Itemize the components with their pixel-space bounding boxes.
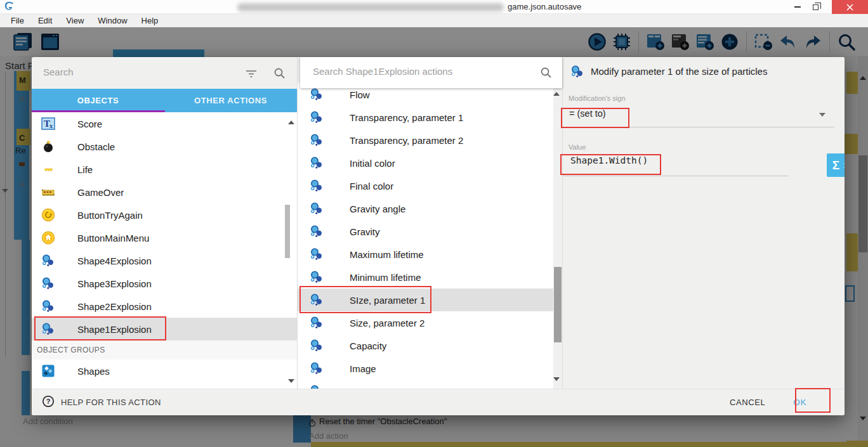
text-object-icon: Tx [39,117,57,131]
list-scroll-up-icon[interactable] [553,92,560,96]
particles-icon [308,224,326,238]
value-input[interactable]: Shape1.Width() [570,155,648,165]
objects-list: TxScoreObstacle♥♥♥LifeGameOverButtonTryA… [32,112,297,389]
object-item-gameover[interactable]: GameOver [32,181,297,204]
particles-icon [308,87,326,101]
object-item-shape4explosion[interactable]: Shape4Explosion [32,249,297,272]
action-item-minimum-lifetime[interactable]: Minimum lifetime [298,266,553,288]
action-item-transparency-parameter-1[interactable]: Transparency, parameter 1 [298,106,553,129]
object-tabs: OBJECTS OTHER ACTIONS [32,89,297,112]
action-item-maximum-lifetime[interactable]: Maximum lifetime [298,243,553,266]
menu-edit[interactable]: Edit [31,14,59,27]
particles-icon [308,361,326,375]
sign-field-label: Modification's sign [569,94,626,102]
action-item-gravity[interactable]: Gravity [298,220,553,243]
object-groups-header: OBJECT GROUPS [32,340,297,360]
list-item-label: Life [77,164,93,175]
action-item-initial-color[interactable]: Initial color [298,152,553,174]
particles-icon [308,270,326,284]
object-item-score[interactable]: TxScore [32,112,297,135]
filter-icon[interactable] [245,67,258,82]
list-item-label: Gravity angle [350,204,405,214]
sigma-icon: Σ [832,159,839,172]
list-item-label: Minimum lifetime [350,272,421,283]
ok-button[interactable]: OK [793,398,806,407]
blurred-title-text [237,3,504,11]
objects-scrollbar-thumb[interactable] [285,205,290,258]
object-item-shape3explosion[interactable]: Shape3Explosion [32,272,297,295]
expression-editor-button[interactable]: Σ 123 [827,153,845,177]
menu-window[interactable]: Window [91,14,134,27]
objects-search-input[interactable] [42,66,232,78]
actions-panel: FlowTransparency, parameter 1Transparenc… [297,57,562,389]
action-item-final-color[interactable]: Final color [298,174,553,197]
list-item-label: Obstacle [77,141,115,152]
particles-icon [308,133,326,147]
list-item-label: Initial color [350,158,395,169]
list-item-label: Shapes [77,366,110,377]
list-item-label: Image [350,363,376,374]
action-editor-dialog: OBJECTS OTHER ACTIONS TxScoreObstacle♥♥♥… [32,57,845,415]
object-item-life[interactable]: ♥♥♥Life [32,158,297,181]
list-item-label: Transparency, parameter 1 [350,112,463,123]
objects-panel: OBJECTS OTHER ACTIONS TxScoreObstacle♥♥♥… [32,57,297,389]
object-item-obstacle[interactable]: Obstacle [32,135,297,158]
action-item-gravity-angle[interactable]: Gravity angle [298,197,553,220]
help-circle-icon: ? [42,395,55,410]
list-item-label: GameOver [77,187,124,198]
button-home-icon [39,231,57,245]
object-item-shape1explosion[interactable]: Shape1Explosion [32,318,297,340]
gdevelop-logo-icon [4,1,16,13]
hearts-icon: ♥♥♥ [39,166,57,173]
particles-icon [308,384,326,389]
list-scroll-up-icon[interactable] [288,120,294,124]
dialog-footer: ? HELP FOR THIS ACTION CANCEL OK [32,389,845,415]
title-bar: game.json.autosave [0,0,868,14]
list-scroll-down-icon[interactable] [288,379,294,383]
actions-search-card [300,57,562,88]
action-item-size-parameter-1[interactable]: SIze, parameter 1 [298,288,553,311]
tab-other-actions[interactable]: OTHER ACTIONS [164,89,297,112]
action-item-transparency-parameter-2[interactable]: Transparency, parameter 2 [298,129,553,152]
restore-button[interactable] [806,0,824,14]
chevron-down-icon[interactable] [819,113,825,117]
list-item-label: Shape1Explosion [77,324,152,335]
help-link[interactable]: ? HELP FOR THIS ACTION [42,395,161,410]
list-scroll-down-icon[interactable] [553,377,560,381]
field-underline [563,176,789,176]
search-icon [539,66,552,81]
particles-icon [308,156,326,170]
minimize-button[interactable] [789,0,806,14]
menu-help[interactable]: Help [135,14,166,27]
action-item-image[interactable]: Image [298,357,553,380]
action-item-capacity[interactable]: Capacity [298,334,553,357]
particles-icon [308,179,326,193]
sign-select[interactable]: = (set to) [569,108,606,119]
particles-icon [39,299,57,313]
action-item-size-parameter-2[interactable]: Size, parameter 2 [298,311,553,334]
menu-file[interactable]: File [4,14,31,27]
tab-objects[interactable]: OBJECTS [32,89,164,112]
close-button[interactable] [832,0,868,14]
group-item-shapes[interactable]: Shapes [32,360,297,382]
menu-view[interactable]: View [59,14,91,27]
action-parameters-panel: Modify parameter 1 of the size of partic… [562,57,845,389]
button-refresh-icon [39,208,57,222]
object-item-buttonmainmenu[interactable]: ButtonMainMenu [32,226,297,249]
list-item-label: ButtonMainMenu [77,233,149,243]
banner-icon [39,185,57,199]
particles-icon [39,276,57,290]
actions-scrollbar-thumb[interactable] [554,267,562,342]
object-item-shape2explosion[interactable]: Shape2Explosion [32,295,297,318]
object-item-buttontryagain[interactable]: ButtonTryAgain [32,204,297,226]
particles-icon [308,110,326,124]
list-item-label: Gravity [350,226,380,237]
action-item-partial[interactable] [298,380,553,389]
list-item-label: Shape3Explosion [77,278,152,289]
particles-icon [308,202,326,216]
svg-text:?: ? [46,398,51,405]
particles-icon [308,247,326,261]
actions-search-input[interactable] [312,65,515,77]
cancel-button[interactable]: CANCEL [730,398,765,407]
actions-scrollbar[interactable] [553,88,562,389]
